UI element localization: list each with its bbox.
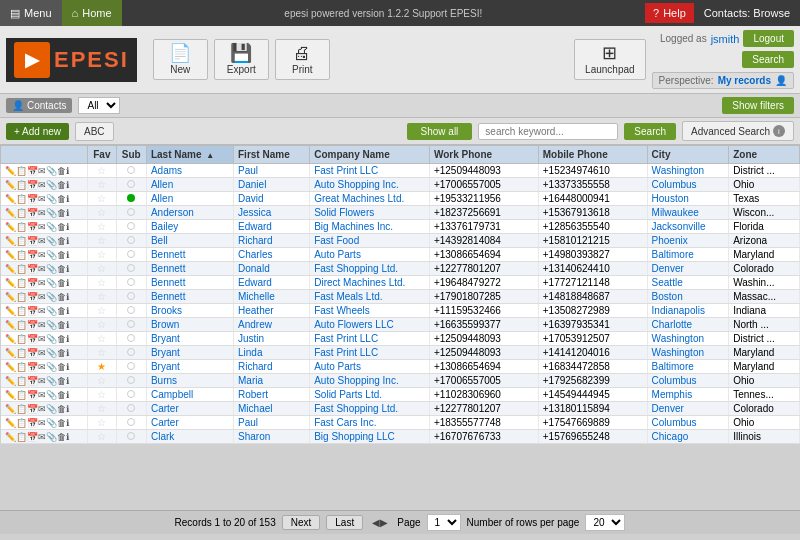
lastname-cell[interactable]: Allen <box>146 178 233 192</box>
company-cell[interactable]: Fast Meals Ltd. <box>310 290 430 304</box>
city-cell[interactable]: Washington <box>647 332 729 346</box>
search-input[interactable] <box>478 123 618 140</box>
fav-cell[interactable]: ☆ <box>88 192 117 206</box>
sub-cell[interactable] <box>116 374 146 388</box>
row-action-icons[interactable]: ✏️📋📅✉📎🗑ℹ <box>5 278 69 288</box>
firstname-cell[interactable]: Robert <box>234 388 310 402</box>
filter-select[interactable]: All <box>78 97 120 114</box>
sub-cell[interactable] <box>116 360 146 374</box>
col-fav[interactable]: Fav <box>88 146 117 164</box>
row-action-icons[interactable]: ✏️📋📅✉📎🗑ℹ <box>5 306 69 316</box>
lastname-link[interactable]: Bryant <box>151 333 180 344</box>
company-link[interactable]: Big Shopping LLC <box>314 431 395 442</box>
home-button[interactable]: ⌂ Home <box>62 0 122 26</box>
firstname-cell[interactable]: Michael <box>234 402 310 416</box>
city-link[interactable]: Washington <box>652 165 704 176</box>
fav-star[interactable]: ☆ <box>97 291 106 302</box>
row-action-icons[interactable]: ✏️📋📅✉📎🗑ℹ <box>5 376 69 386</box>
city-link[interactable]: Columbus <box>652 179 697 190</box>
next-button[interactable]: Next <box>282 515 321 530</box>
lastname-link[interactable]: Brooks <box>151 305 182 316</box>
lastname-cell[interactable]: Clark <box>146 430 233 444</box>
sub-cell[interactable] <box>116 304 146 318</box>
fav-star[interactable]: ☆ <box>97 193 106 204</box>
company-cell[interactable]: Auto Flowers LLC <box>310 318 430 332</box>
city-link[interactable]: Jacksonville <box>652 221 706 232</box>
company-cell[interactable]: Great Machines Ltd. <box>310 192 430 206</box>
city-link[interactable]: Houston <box>652 193 689 204</box>
company-cell[interactable]: Big Shopping LLC <box>310 430 430 444</box>
firstname-link[interactable]: Maria <box>238 375 263 386</box>
city-link[interactable]: Baltimore <box>652 361 694 372</box>
lastname-cell[interactable]: Bell <box>146 234 233 248</box>
lastname-cell[interactable]: Campbell <box>146 388 233 402</box>
company-cell[interactable]: Fast Print LLC <box>310 346 430 360</box>
city-cell[interactable]: Seattle <box>647 276 729 290</box>
firstname-cell[interactable]: Charles <box>234 248 310 262</box>
fav-star[interactable]: ☆ <box>97 403 106 414</box>
lastname-link[interactable]: Allen <box>151 193 173 204</box>
col-lastname[interactable]: Last Name ▲ <box>146 146 233 164</box>
fav-star[interactable]: ☆ <box>97 277 106 288</box>
lastname-link[interactable]: Bailey <box>151 221 178 232</box>
new-button[interactable]: 📄 New <box>153 39 208 80</box>
company-link[interactable]: Great Machines Ltd. <box>314 193 404 204</box>
logout-button[interactable]: Logout <box>743 30 794 47</box>
company-link[interactable]: Fast Food <box>314 235 359 246</box>
launchpad-button[interactable]: ⊞ Launchpad <box>574 39 646 80</box>
fav-star[interactable]: ☆ <box>97 221 106 232</box>
company-cell[interactable]: Fast Food <box>310 234 430 248</box>
firstname-cell[interactable]: Richard <box>234 234 310 248</box>
city-link[interactable]: Indianapolis <box>652 305 705 316</box>
city-link[interactable]: Washington <box>652 333 704 344</box>
firstname-link[interactable]: Richard <box>238 361 272 372</box>
firstname-cell[interactable]: Michelle <box>234 290 310 304</box>
city-cell[interactable]: Houston <box>647 192 729 206</box>
fav-cell[interactable]: ☆ <box>88 234 117 248</box>
company-link[interactable]: Fast Wheels <box>314 305 370 316</box>
fav-star[interactable]: ☆ <box>97 417 106 428</box>
row-action-icons[interactable]: ✏️📋📅✉📎🗑ℹ <box>5 390 69 400</box>
lastname-link[interactable]: Bennett <box>151 249 185 260</box>
firstname-cell[interactable]: Donald <box>234 262 310 276</box>
fav-star[interactable]: ★ <box>97 361 106 372</box>
row-action-icons[interactable]: ✏️📋📅✉📎🗑ℹ <box>5 194 69 204</box>
sub-cell[interactable] <box>116 220 146 234</box>
lastname-cell[interactable]: Burns <box>146 374 233 388</box>
lastname-link[interactable]: Bennett <box>151 277 185 288</box>
firstname-link[interactable]: Edward <box>238 277 272 288</box>
firstname-link[interactable]: Richard <box>238 235 272 246</box>
firstname-cell[interactable]: Paul <box>234 416 310 430</box>
city-cell[interactable]: Chicago <box>647 430 729 444</box>
firstname-link[interactable]: Robert <box>238 389 268 400</box>
fav-star[interactable]: ☆ <box>97 263 106 274</box>
company-cell[interactable]: Auto Parts <box>310 360 430 374</box>
sub-cell[interactable] <box>116 276 146 290</box>
lastname-link[interactable]: Bennett <box>151 263 185 274</box>
company-link[interactable]: Auto Parts <box>314 249 361 260</box>
city-link[interactable]: Denver <box>652 263 684 274</box>
sub-cell[interactable] <box>116 248 146 262</box>
export-button[interactable]: 💾 Export <box>214 39 269 80</box>
firstname-link[interactable]: David <box>238 193 264 204</box>
row-action-icons[interactable]: ✏️📋📅✉📎🗑ℹ <box>5 320 69 330</box>
sub-cell[interactable] <box>116 332 146 346</box>
lastname-link[interactable]: Carter <box>151 417 179 428</box>
city-link[interactable]: Charlotte <box>652 319 693 330</box>
fav-cell[interactable]: ☆ <box>88 416 117 430</box>
rows-per-page-select[interactable]: 20 <box>585 514 625 531</box>
lastname-link[interactable]: Campbell <box>151 389 193 400</box>
col-company[interactable]: Company Name <box>310 146 430 164</box>
city-cell[interactable]: Jacksonville <box>647 220 729 234</box>
col-firstname[interactable]: First Name <box>234 146 310 164</box>
company-link[interactable]: Fast Shopping Ltd. <box>314 263 398 274</box>
lastname-link[interactable]: Bell <box>151 235 168 246</box>
advanced-search-button[interactable]: Advanced Search i <box>682 121 794 141</box>
company-cell[interactable]: Solid Flowers <box>310 206 430 220</box>
sub-cell[interactable] <box>116 206 146 220</box>
firstname-link[interactable]: Charles <box>238 249 272 260</box>
lastname-link[interactable]: Bryant <box>151 361 180 372</box>
lastname-cell[interactable]: Anderson <box>146 206 233 220</box>
sub-cell[interactable] <box>116 234 146 248</box>
lastname-link[interactable]: Clark <box>151 431 174 442</box>
